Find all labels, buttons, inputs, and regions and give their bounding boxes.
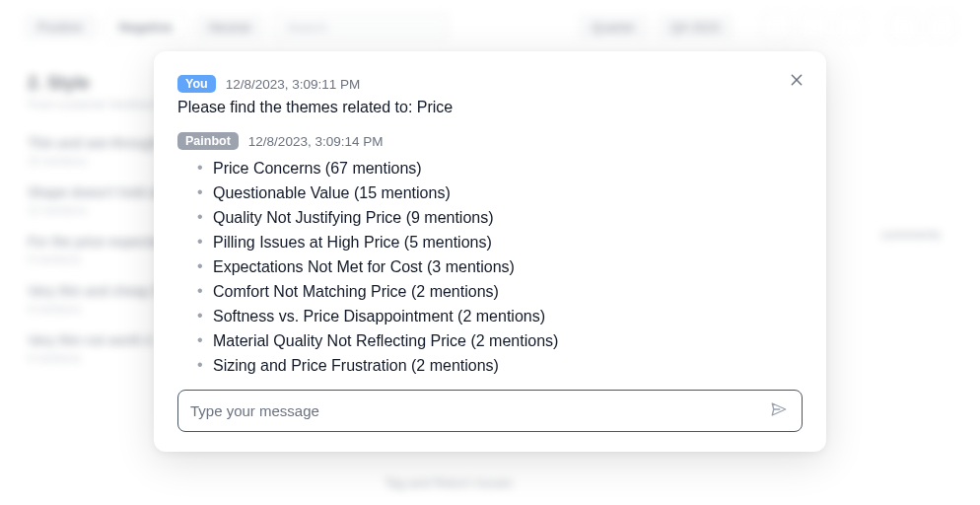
bg-tab: Negative [105,13,187,41]
bot-msg-header: Painbot 12/8/2023, 3:09:14 PM [177,132,803,150]
bg-iconbtn [761,12,791,41]
send-icon [770,400,788,421]
user-msg-header: You 12/8/2023, 3:09:11 PM [177,75,803,93]
list-item: Softness vs. Price Disappointment (2 men… [197,304,803,328]
bg-filter: Quarter [578,14,649,40]
bot-badge: Painbot [177,132,239,150]
list-item: Price Concerns (67 mentions) [197,156,803,180]
bg-tab: Positive [24,14,97,40]
user-badge: You [177,75,216,93]
close-button[interactable] [785,69,808,93]
bg-center-label: Tag and Return Issues [385,475,513,490]
list-item: Material Quality Not Reflecting Price (2… [197,328,803,353]
message-input[interactable] [190,402,760,419]
list-item: Quality Not Justifying Price (9 mentions… [197,205,803,230]
bg-iconbtn [889,12,919,41]
list-item: Sizing and Price Frustration (2 mentions… [197,353,803,378]
message-input-row [177,390,803,432]
bg-filter: Q4 2023 [657,14,734,40]
user-timestamp: 12/8/2023, 3:09:11 PM [226,77,361,92]
list-item: Questionable Value (15 mentions) [197,180,803,205]
bot-timestamp: 12/8/2023, 3:09:14 PM [248,134,384,149]
list-item: Expectations Not Met for Cost (3 mention… [197,254,803,279]
bg-iconbtn [799,12,828,41]
send-button[interactable] [768,398,790,423]
list-item: Pilling Issues at High Price (5 mentions… [197,230,803,254]
themes-list: Price Concerns (67 mentions) Questionabl… [177,156,803,378]
close-icon [789,72,805,91]
chat-modal: You 12/8/2023, 3:09:11 PM Please find th… [154,51,826,452]
bg-tab: Neutral [195,14,264,40]
list-item: Comfort Not Matching Price (2 mentions) [197,279,803,304]
bg-iconbtn [927,12,956,41]
user-message-text: Please find the themes related to: Price [177,99,803,116]
bg-iconbtn [836,12,866,41]
bg-right-label: comments [881,227,941,242]
bg-search: Search [272,13,450,41]
